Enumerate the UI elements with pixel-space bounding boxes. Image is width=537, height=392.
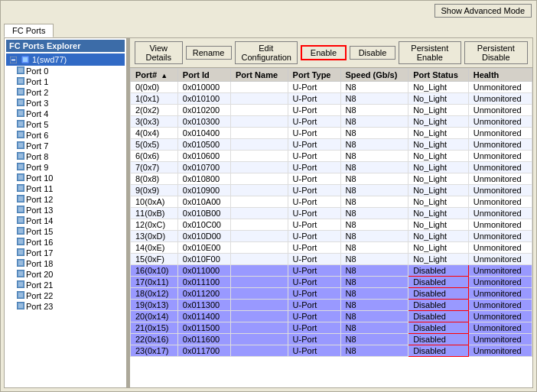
table-container[interactable]: Port# ▲ Port Id Port Name Port Type Spee… xyxy=(130,68,532,387)
cell-health: Unmonitored xyxy=(468,139,532,151)
table-row[interactable]: 13(0xD) 0x010D00 U-Port N8 No_Light Unmo… xyxy=(131,231,532,242)
table-row[interactable]: 1(0x1) 0x010100 U-Port N8 No_Light Unmon… xyxy=(131,93,532,105)
view-details-button[interactable]: View Details xyxy=(135,41,183,64)
sidebar-item-port11[interactable]: Port 11 xyxy=(6,183,125,194)
cell-port-name xyxy=(231,277,288,288)
edit-config-button[interactable]: Edit Configuration xyxy=(235,41,298,64)
table-row[interactable]: 23(0x17) 0x011700 U-Port N8 Disabled Unm… xyxy=(131,345,532,357)
show-advanced-button[interactable]: Show Advanced Mode xyxy=(434,4,532,18)
col-port-type[interactable]: Port Type xyxy=(288,69,340,82)
table-row[interactable]: 8(0x8) 0x010800 U-Port N8 No_Light Unmon… xyxy=(131,173,532,185)
table-row[interactable]: 18(0x12) 0x011200 U-Port N8 Disabled Unm… xyxy=(131,288,532,300)
cell-port-num: 3(0x3) xyxy=(131,116,178,128)
sidebar-title: FC Ports Explorer xyxy=(6,40,125,52)
disable-button[interactable]: Disable xyxy=(350,46,395,60)
table-row[interactable]: 11(0xB) 0x010B00 U-Port N8 No_Light Unmo… xyxy=(131,208,532,219)
sidebar-item-port17[interactable]: Port 17 xyxy=(6,248,125,258)
table-row[interactable]: 10(0xA) 0x010A00 U-Port N8 No_Light Unmo… xyxy=(131,196,532,208)
svg-rect-45 xyxy=(18,282,23,287)
svg-rect-29 xyxy=(18,196,23,201)
cell-port-status: No_Light xyxy=(408,208,469,219)
cell-port-status: No_Light xyxy=(408,242,469,254)
cell-health: Unmonitored xyxy=(468,173,532,185)
table-row[interactable]: 20(0x14) 0x011400 U-Port N8 Disabled Unm… xyxy=(131,311,532,322)
table-row[interactable]: 19(0x13) 0x011300 U-Port N8 Disabled Unm… xyxy=(131,300,532,311)
cell-port-id: 0x011000 xyxy=(177,265,230,277)
cell-port-status: No_Light xyxy=(408,185,469,196)
col-port-num[interactable]: Port# ▲ xyxy=(131,69,178,82)
table-row[interactable]: 21(0x15) 0x011500 U-Port N8 Disabled Unm… xyxy=(131,322,532,334)
rename-button[interactable]: Rename xyxy=(186,46,232,60)
cell-speed: N8 xyxy=(340,196,408,208)
sidebar-item-port7[interactable]: Port 7 xyxy=(6,141,125,151)
col-port-id[interactable]: Port Id xyxy=(177,69,230,82)
sidebar-item-port22[interactable]: Port 22 xyxy=(6,290,125,301)
cell-port-status: No_Light xyxy=(408,139,469,151)
sidebar-item-port6[interactable]: Port 6 xyxy=(6,130,125,141)
cell-port-name xyxy=(231,162,288,173)
sidebar-item-port1[interactable]: Port 1 xyxy=(6,76,125,87)
cell-port-type: U-Port xyxy=(288,311,340,322)
checkbox-icon xyxy=(17,259,24,268)
cell-port-num: 20(0x14) xyxy=(131,311,178,322)
table-row[interactable]: 4(0x4) 0x010400 U-Port N8 No_Light Unmon… xyxy=(131,128,532,139)
col-speed[interactable]: Speed (Gb/s) xyxy=(340,69,408,82)
table-row[interactable]: 6(0x6) 0x010600 U-Port N8 No_Light Unmon… xyxy=(131,151,532,162)
persistent-disable-button[interactable]: Persistent Disable xyxy=(464,41,528,64)
sidebar-item-port12[interactable]: Port 12 xyxy=(6,194,125,205)
table-row[interactable]: 9(0x9) 0x010900 U-Port N8 No_Light Unmon… xyxy=(131,185,532,196)
sidebar-item-port18[interactable]: Port 18 xyxy=(6,258,125,269)
cell-port-status: Disabled xyxy=(408,334,469,345)
table-row[interactable]: 17(0x11) 0x011100 U-Port N8 Disabled Unm… xyxy=(131,277,532,288)
col-port-name[interactable]: Port Name xyxy=(231,69,288,82)
cell-port-id: 0x011600 xyxy=(177,334,230,345)
sidebar-item-port13[interactable]: Port 13 xyxy=(6,205,125,215)
col-port-status[interactable]: Port Status xyxy=(408,69,469,82)
tree-root[interactable]: 1(swd77) xyxy=(6,53,125,66)
cell-health: Unmonitored xyxy=(468,105,532,116)
sidebar-item-port0[interactable]: Port 0 xyxy=(6,66,125,76)
sidebar-item-port14[interactable]: Port 14 xyxy=(6,215,125,226)
table-row[interactable]: 16(0x10) 0x011000 U-Port N8 Disabled Unm… xyxy=(131,265,532,277)
table-row[interactable]: 22(0x16) 0x011600 U-Port N8 Disabled Unm… xyxy=(131,334,532,345)
table-row[interactable]: 12(0xC) 0x010C00 U-Port N8 No_Light Unmo… xyxy=(131,219,532,231)
table-row[interactable]: 3(0x3) 0x010300 U-Port N8 No_Light Unmon… xyxy=(131,116,532,128)
cell-port-num: 14(0xE) xyxy=(131,242,178,254)
sidebar-item-port23[interactable]: Port 23 xyxy=(6,301,125,312)
table-row[interactable]: 2(0x2) 0x010200 U-Port N8 No_Light Unmon… xyxy=(131,105,532,116)
table-row[interactable]: 15(0xF) 0x010F00 U-Port N8 No_Light Unmo… xyxy=(131,254,532,265)
table-row[interactable]: 7(0x7) 0x010700 U-Port N8 No_Light Unmon… xyxy=(131,162,532,173)
cell-port-id: 0x010F00 xyxy=(177,254,230,265)
sidebar-item-port5[interactable]: Port 5 xyxy=(6,119,125,130)
sidebar-item-port3[interactable]: Port 3 xyxy=(6,98,125,109)
cell-port-type: U-Port xyxy=(288,196,340,208)
cell-port-id: 0x010B00 xyxy=(177,208,230,219)
sidebar-item-port16[interactable]: Port 16 xyxy=(6,237,125,248)
col-health[interactable]: Health xyxy=(468,69,532,82)
sidebar-item-port10[interactable]: Port 10 xyxy=(6,173,125,183)
sidebar-item-port15[interactable]: Port 15 xyxy=(6,226,125,237)
cell-port-id: 0x011400 xyxy=(177,311,230,322)
checkbox-icon xyxy=(17,227,24,236)
sidebar-item-port21[interactable]: Port 21 xyxy=(6,280,125,290)
persistent-enable-button[interactable]: Persistent Enable xyxy=(399,41,461,64)
cell-port-type: U-Port xyxy=(288,128,340,139)
ports-table: Port# ▲ Port Id Port Name Port Type Spee… xyxy=(130,68,532,357)
sidebar-item-port9[interactable]: Port 9 xyxy=(6,162,125,173)
enable-button[interactable]: Enable xyxy=(301,45,347,60)
table-row[interactable]: 14(0xE) 0x010E00 U-Port N8 No_Light Unmo… xyxy=(131,242,532,254)
sidebar-item-port20[interactable]: Port 20 xyxy=(6,269,125,280)
sidebar-item-port4[interactable]: Port 4 xyxy=(6,109,125,119)
cell-port-type: U-Port xyxy=(288,219,340,231)
table-row[interactable]: 0(0x0) 0x010000 U-Port N8 No_Light Unmon… xyxy=(131,82,532,93)
sidebar-port-label: Port 20 xyxy=(26,270,53,279)
cell-port-id: 0x010200 xyxy=(177,105,230,116)
svg-rect-25 xyxy=(18,175,23,180)
sidebar-item-port8[interactable]: Port 8 xyxy=(6,151,125,162)
table-row[interactable]: 5(0x5) 0x010500 U-Port N8 No_Light Unmon… xyxy=(131,139,532,151)
tab-fc-ports[interactable]: FC Ports xyxy=(4,24,54,37)
sidebar-item-port2[interactable]: Port 2 xyxy=(6,87,125,98)
svg-rect-47 xyxy=(18,293,23,297)
checkbox-icon xyxy=(17,141,24,151)
cell-port-type: U-Port xyxy=(288,151,340,162)
